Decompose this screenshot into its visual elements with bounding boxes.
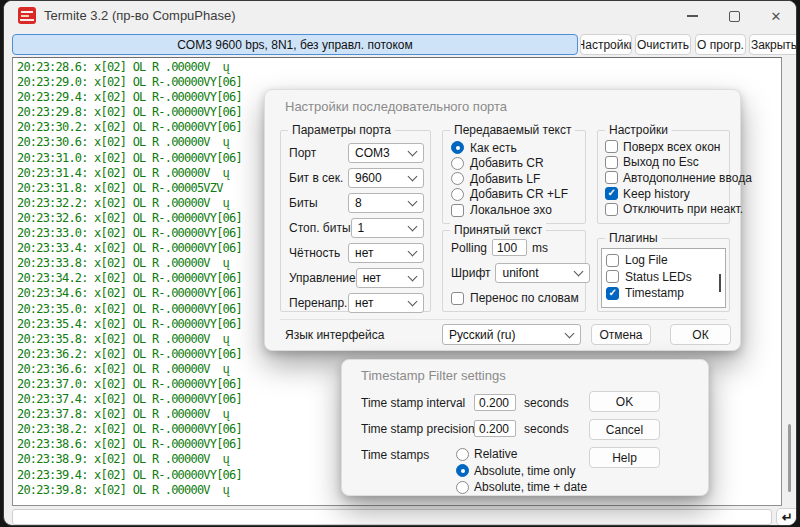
radio-label: Absolute, time only [474,464,575,478]
settings-button[interactable]: Настройки [580,34,632,55]
chevron-down-icon [565,328,575,338]
interval-label: Time stamp interval [361,396,466,410]
radio-icon [456,464,469,477]
chevron-down-icon [408,171,418,181]
group-label: Принятый текст [450,223,546,237]
plugin-item[interactable]: Timestamp [606,285,721,302]
checkbox-label: Выход по Esc [623,155,699,169]
received-text-group: Принятый текст Polling 100 ms Шрифт unif… [442,230,586,312]
precision-input[interactable]: 0.200 [474,420,516,437]
terminal-scrollbar[interactable] [788,424,791,492]
title-bar: Termite 3.2 (пр-во CompuPhase) ✕ [4,1,796,31]
terminal-line: 20:23:36.2: x[02] OL R-.00000VY[06] [17,347,242,362]
group-label: Настройки [605,123,672,137]
enter-icon: ↵ [782,510,793,525]
option-checkbox[interactable]: Поверх всех окон [605,139,752,155]
option-checkbox[interactable]: Отключить при неакт. [605,201,752,217]
app-window: Termite 3.2 (пр-во CompuPhase) ✕ COM3 96… [3,0,797,526]
ok-button[interactable]: OK [589,391,660,412]
terminal-line: 20:23:35.0: x[02] OL R-.00000VY[06] [17,302,242,317]
local-echo-checkbox[interactable]: Локальное эхо [451,203,552,217]
radio-label: Как есть [470,141,517,155]
send-button[interactable]: ↵ [776,508,797,526]
timestamp-radio-option[interactable]: Absolute, time + date [456,479,587,496]
terminal-line: 20:23:37.8: x[02] OL R .00000V ų [17,407,242,422]
terminal-line: 20:23:31.8: x[02] OL R-.00005VZV [17,181,242,196]
param-dropdown[interactable]: 8 [348,193,424,213]
precision-unit: seconds [524,422,569,436]
radio-icon [451,141,464,154]
minimize-button[interactable] [674,1,710,31]
radio-icon [456,448,469,461]
checkbox-icon [451,292,464,305]
param-dropdown[interactable]: 9600 [348,168,424,188]
language-dropdown[interactable]: Русский (ru) [442,324,581,345]
maximize-button[interactable] [716,1,752,31]
close-button[interactable]: ✕ [758,1,794,31]
timestamp-radio-option[interactable]: Absolute, time only [456,463,587,480]
timestamps-label: Time stamps [361,448,429,462]
font-dropdown[interactable]: unifont [495,263,590,283]
checkbox-icon [451,204,464,217]
param-dropdown[interactable]: нет [356,268,424,288]
option-checkbox[interactable]: Выход по Esc [605,155,752,171]
terminal-line: 20:23:35.4: x[02] OL R-.00000VY[06] [17,317,242,332]
radio-icon [451,188,464,201]
param-dropdown[interactable]: 1 [351,218,424,238]
word-wrap-checkbox[interactable]: Перенос по словам [451,291,579,305]
checkbox-icon [606,254,619,267]
terminal-line: 20:23:31.4: x[02] OL R .00000V ų [17,166,242,181]
transmitted-text-group: Передаваемый текст Как есть Добавить CR … [442,130,586,224]
checkbox-icon [605,140,618,153]
plugin-item[interactable]: Status LEDs [606,269,721,286]
terminal-line: 20:23:37.4: x[02] OL R-.00000VY[06] [17,392,242,407]
dialog-divider [280,319,727,320]
param-label: Перенапр. [289,296,348,310]
transmit-radio-option[interactable]: Добавить LF [451,171,568,187]
transmit-input[interactable] [12,509,772,525]
transmit-radio-option[interactable]: Добавить CR +LF [451,187,568,203]
cancel-button[interactable]: Cancel [589,419,660,440]
param-label: Бит в сек. [289,171,348,185]
dialog-title: Timestamp Filter settings [361,368,506,383]
param-dropdown[interactable]: COM3 [348,143,424,163]
checkbox-label: Keep history [623,187,690,201]
app-icon [18,7,36,24]
options-group: Настройки Поверх всех окон Выход по Esc … [597,130,730,224]
clear-button[interactable]: Очистить [635,34,691,55]
polling-label: Polling [451,241,487,255]
timestamp-radio-option[interactable]: Relative [456,446,587,463]
radio-label: Добавить CR +LF [470,187,568,201]
terminal-line: 20:23:39.8: x[02] OL R .00000V ų [17,483,242,498]
port-param-row: Управление нет [281,265,430,290]
group-label: Параметры порта [288,123,395,137]
cancel-button[interactable]: Отмена [591,324,651,345]
font-value: unifont [502,266,538,280]
terminal-line: 20:23:29.8: x[02] OL R-.00000VY[06] [17,105,242,120]
transmit-radio-option[interactable]: Как есть [451,140,568,156]
terminal-line: 20:23:28.6: x[02] OL R .00000V ų [17,60,242,75]
param-dropdown[interactable]: нет [348,293,424,313]
param-label: Стоп. биты [289,221,351,235]
chevron-down-icon [408,296,418,306]
plugins-scrollbar[interactable] [719,274,721,292]
maximize-icon [729,11,740,22]
polling-unit: ms [532,241,548,255]
param-value: 9600 [355,171,382,185]
about-button[interactable]: О прогр. [695,34,746,55]
connection-status-bar[interactable]: COM3 9600 bps, 8N1, без управл. потоком [12,34,578,55]
option-checkbox[interactable]: Автодополнение ввода [605,170,752,186]
polling-input[interactable]: 100 [492,239,527,256]
param-dropdown[interactable]: нет [348,243,424,263]
port-param-row: Порт COM3 [281,140,430,165]
terminal-line: 20:23:34.6: x[02] OL R-.00000VY[06] [17,286,242,301]
interval-input[interactable]: 0.200 [474,394,516,411]
plugin-item[interactable]: Log File [606,252,721,269]
plugin-label: Status LEDs [625,270,692,284]
transmit-radio-option[interactable]: Добавить CR [451,156,568,172]
group-label: Плагины [605,231,662,245]
help-button[interactable]: Help [589,447,660,468]
ok-button[interactable]: ОК [670,324,731,345]
close-app-button[interactable]: Закрыть [749,34,797,55]
option-checkbox[interactable]: Keep history [605,186,752,202]
